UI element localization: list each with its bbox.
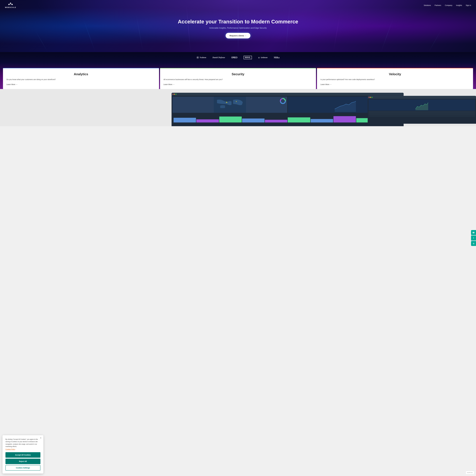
logos-section: Trulieve Daniel Defense OREO WAHL U Unil… xyxy=(0,52,476,63)
logo-trulieve: Trulieve xyxy=(196,56,206,59)
nav-insights[interactable]: Insights xyxy=(456,4,462,6)
velocity-learn-more[interactable]: Learn More → xyxy=(321,84,331,85)
svg-point-10 xyxy=(226,102,227,103)
nav-solutions[interactable]: Solutions xyxy=(424,4,431,6)
svg-line-3 xyxy=(9,3,11,4)
analytics-desc: Do you know what your customers are doin… xyxy=(6,78,155,81)
min-dot-2 xyxy=(370,97,371,98)
security-desc: All ecommerce businesses will face a sec… xyxy=(164,78,313,81)
max-dot-2 xyxy=(372,97,373,98)
metric-row-2 xyxy=(368,113,475,115)
logo-unilever: U Unilever xyxy=(258,56,268,59)
right-chart xyxy=(368,100,475,111)
logo-wahl: WAHL xyxy=(244,56,252,59)
velocity-card: Velocity Is your performance optimized? … xyxy=(317,68,473,89)
nav-partners[interactable]: Partners xyxy=(435,4,441,6)
hero-content: Accelerate your Transition to Modern Com… xyxy=(175,18,301,38)
bottom-section xyxy=(0,89,476,126)
dash-map xyxy=(172,97,287,113)
dash-topbar-right xyxy=(368,96,476,99)
hero-subtitle: Actionable Insights, Performance Optimiz… xyxy=(178,27,298,29)
analytics-title: Analytics xyxy=(6,72,155,76)
dashboard-area xyxy=(167,89,476,126)
bar-7 xyxy=(311,119,333,123)
request-demo-button[interactable]: Request a Demo → xyxy=(226,33,251,38)
bar-1 xyxy=(173,118,196,122)
security-card: Security All ecommerce businesses will f… xyxy=(160,68,316,89)
svg-point-7 xyxy=(197,57,198,58)
velocity-desc: Is your performance optimized? Are new c… xyxy=(321,78,470,81)
svg-marker-15 xyxy=(335,101,356,112)
metric-row-3 xyxy=(368,115,475,117)
analytics-learn-more[interactable]: Learn More → xyxy=(6,84,17,85)
metric-row-1 xyxy=(368,111,475,113)
dash-topbar-main xyxy=(171,93,404,96)
logo-daniel-defense: Daniel Defense xyxy=(212,56,225,59)
bar-2 xyxy=(196,119,219,123)
logo[interactable]: WEBSCALE xyxy=(5,2,16,8)
security-title: Security xyxy=(164,72,313,76)
velocity-title: Velocity xyxy=(321,72,470,76)
maximize-dot xyxy=(175,94,176,95)
hero-title: Accelerate your Transition to Modern Com… xyxy=(178,18,298,25)
close-dot-2 xyxy=(369,97,370,98)
dashboard-screens xyxy=(167,89,476,126)
nav-signin[interactable]: Sign in xyxy=(466,4,471,6)
bar-3 xyxy=(219,117,242,122)
svg-line-4 xyxy=(11,3,12,4)
nav-links: Solutions Partners Company Insights Sign… xyxy=(424,4,471,6)
svg-text:U: U xyxy=(258,57,260,59)
bar-5 xyxy=(265,120,287,122)
right-metrics xyxy=(368,111,475,117)
nav-company[interactable]: Company xyxy=(445,4,452,6)
minimize-dot xyxy=(174,94,175,95)
logo-milka: Milka xyxy=(274,56,280,59)
right-screen-content xyxy=(368,99,476,118)
cards-section: Analytics Do you know what your customer… xyxy=(0,63,476,89)
close-dot xyxy=(172,94,173,95)
analytics-card: Analytics Do you know what your customer… xyxy=(3,68,159,89)
navigation: WEBSCALE Solutions Partners Company Insi… xyxy=(0,0,476,11)
svg-point-11 xyxy=(236,101,237,102)
dashboard-right-screen xyxy=(368,96,476,124)
bar-8 xyxy=(333,116,356,122)
logo-icon xyxy=(7,2,14,6)
bar-6 xyxy=(288,117,310,123)
logo-oreo: OREO xyxy=(231,56,237,59)
security-learn-more[interactable]: Learn More → xyxy=(164,84,174,85)
bar-4 xyxy=(242,119,265,122)
